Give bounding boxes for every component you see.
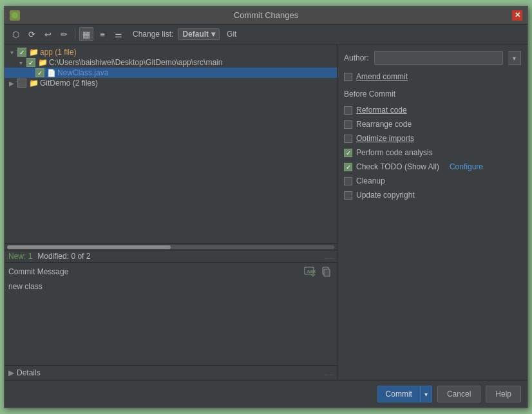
title-bar: Commit Changes ✕: [5, 6, 527, 24]
spell-check-btn[interactable]: ABC: [303, 265, 317, 278]
file-tree[interactable]: ▾ ✓ 📁 app (1 file) ▾ ✓ 📁 C:\Users\baishi…: [5, 44, 337, 243]
tree-expand-gitdemo[interactable]: ▶: [7, 80, 16, 87]
rearrange-code-row[interactable]: Rearrange code: [344, 119, 521, 129]
status-bar: New: 1 Modified: 0 of 2 .....: [5, 250, 337, 262]
commit-message-section: Commit Message ABC: [5, 262, 337, 365]
tree-check-gitdemo[interactable]: [17, 79, 26, 88]
changelist-dropdown[interactable]: Default ▾: [178, 28, 220, 40]
amend-commit-checkbox[interactable]: [344, 73, 352, 81]
tree-item-path[interactable]: ▾ ✓ 📁 C:\Users\baishiwei\Desktop\GitDemo…: [5, 57, 337, 68]
status-new: New: 1: [8, 252, 32, 261]
tree-item-newclass[interactable]: ✓ 📄 NewClass.java: [5, 68, 337, 78]
amend-commit-label[interactable]: Amend commit: [356, 72, 408, 81]
cleanup-checkbox[interactable]: [344, 177, 352, 185]
right-panel: Author: ▾ Amend commit Before Commit Ref…: [337, 44, 527, 380]
check-todo-label[interactable]: Check TODO (Show All): [356, 162, 439, 171]
tree-item-app[interactable]: ▾ ✓ 📁 app (1 file): [5, 47, 337, 57]
left-panel: ▾ ✓ 📁 app (1 file) ▾ ✓ 📁 C:\Users\baishi…: [5, 44, 337, 380]
copy-btn[interactable]: [319, 265, 333, 278]
changelist-value: Default: [182, 30, 209, 39]
toolbar-sep-1: [75, 29, 75, 39]
update-copyright-label[interactable]: Update copyright: [356, 191, 415, 200]
tree-expand-app[interactable]: ▾: [7, 49, 16, 56]
changelist-arrow-icon: ▾: [211, 30, 215, 39]
before-commit-title: Before Commit: [344, 89, 521, 99]
changelist-label: Change list:: [133, 30, 173, 39]
tree-label-newclass: NewClass.java: [57, 68, 108, 77]
toolbar-btn-1[interactable]: ⬡: [8, 27, 23, 41]
folder-icon-app: 📁: [29, 48, 39, 57]
author-label: Author:: [344, 53, 369, 62]
details-bar[interactable]: ▶ Details .....: [5, 365, 337, 380]
toolbar-btn-2[interactable]: ⟳: [24, 27, 39, 41]
amend-commit-row[interactable]: Amend commit: [344, 71, 521, 82]
footer: Commit ▾ Cancel Help: [5, 380, 527, 408]
details-arrow-icon: ▶: [8, 368, 14, 377]
commit-btn-group: Commit ▾: [377, 386, 432, 402]
status-dots: .....: [324, 253, 333, 260]
svg-text:ABC: ABC: [307, 268, 316, 274]
svg-point-0: [12, 12, 18, 19]
perform-analysis-row[interactable]: ✓ Perform code analysis: [344, 147, 521, 158]
commit-dialog: Commit Changes ✕ ⬡ ⟳ ↩ ✏ ▦ ≡ ⚌ Change li…: [4, 6, 528, 408]
tree-check-app[interactable]: ✓: [17, 48, 26, 57]
toolbar-btn-sort2[interactable]: ⚌: [111, 27, 126, 41]
optimize-imports-row[interactable]: Optimize imports: [344, 133, 521, 144]
cleanup-label[interactable]: Cleanup: [356, 176, 385, 185]
tree-label-path: C:\Users\baishiwei\Desktop\GitDemo\app\s…: [49, 58, 222, 67]
commit-msg-tools: ABC: [303, 265, 333, 278]
author-dropdown-btn[interactable]: ▾: [508, 51, 521, 65]
reformat-code-row[interactable]: Reformat code: [344, 105, 521, 115]
toolbar: ⬡ ⟳ ↩ ✏ ▦ ≡ ⚌ Change list: Default ▾ Git: [5, 24, 527, 44]
git-tab[interactable]: Git: [227, 30, 236, 39]
h-scrollbar[interactable]: [7, 245, 334, 249]
tree-label-gitdemo: GitDemo (2 files): [40, 79, 98, 88]
help-button[interactable]: Help: [486, 386, 521, 402]
tree-item-gitdemo[interactable]: ▶ 📁 GitDemo (2 files): [5, 78, 337, 88]
commit-msg-header: Commit Message ABC: [5, 263, 337, 279]
commit-message-input[interactable]: new class: [5, 279, 337, 363]
configure-link[interactable]: Configure: [450, 162, 483, 171]
author-input[interactable]: [374, 51, 503, 65]
optimize-imports-checkbox[interactable]: [344, 135, 352, 143]
folder-icon-path: 📁: [38, 58, 48, 67]
optimize-imports-label[interactable]: Optimize imports: [356, 134, 414, 143]
app-icon: [10, 10, 20, 21]
tree-expand-path[interactable]: ▾: [16, 59, 25, 66]
cleanup-row[interactable]: Cleanup: [344, 176, 521, 186]
perform-analysis-checkbox[interactable]: ✓: [344, 149, 352, 157]
commit-dropdown-btn[interactable]: ▾: [420, 386, 432, 402]
tree-check-newclass[interactable]: ✓: [35, 68, 44, 77]
details-label: Details: [17, 368, 41, 377]
toolbar-btn-view[interactable]: ▦: [79, 27, 93, 41]
toolbar-btn-4[interactable]: ✏: [57, 27, 71, 41]
check-todo-checkbox[interactable]: ✓: [344, 163, 352, 171]
h-scrollbar-area[interactable]: [5, 243, 337, 250]
cancel-button[interactable]: Cancel: [437, 386, 480, 402]
toolbar-btn-3[interactable]: ↩: [41, 27, 55, 41]
perform-analysis-label[interactable]: Perform code analysis: [356, 148, 433, 157]
main-content: ▾ ✓ 📁 app (1 file) ▾ ✓ 📁 C:\Users\baishi…: [5, 44, 527, 380]
tree-label-app: app (1 file): [40, 48, 77, 57]
h-scrollbar-thumb: [7, 245, 171, 249]
close-button[interactable]: ✕: [512, 10, 522, 21]
rearrange-code-checkbox[interactable]: [344, 120, 352, 129]
reformat-code-label[interactable]: Reformat code: [356, 106, 407, 115]
status-modified: Modified: 0 of 2: [37, 252, 90, 261]
toolbar-btn-sort1[interactable]: ≡: [95, 27, 109, 41]
update-copyright-row[interactable]: Update copyright: [344, 190, 521, 200]
file-icon-newclass: 📄: [47, 69, 56, 77]
check-todo-row[interactable]: ✓ Check TODO (Show All) Configure: [344, 162, 521, 172]
dialog-title: Commit Changes: [20, 10, 512, 20]
commit-button[interactable]: Commit: [377, 386, 420, 402]
rearrange-code-label[interactable]: Rearrange code: [356, 120, 412, 129]
author-row: Author: ▾: [344, 51, 521, 65]
reformat-code-checkbox[interactable]: [344, 106, 352, 115]
commit-msg-label: Commit Message: [8, 267, 68, 276]
update-copyright-checkbox[interactable]: [344, 191, 352, 200]
details-dots: .....: [324, 370, 333, 377]
folder-icon-gitdemo: 📁: [29, 79, 39, 88]
svg-rect-4: [324, 269, 330, 276]
tree-check-path[interactable]: ✓: [26, 58, 35, 67]
